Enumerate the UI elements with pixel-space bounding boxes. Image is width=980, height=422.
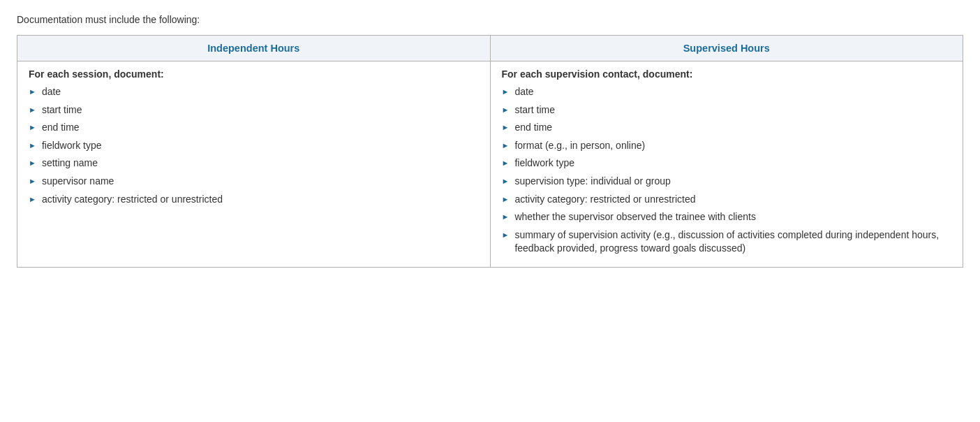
list-item: ►format (e.g., in person, online) bbox=[502, 139, 952, 153]
item-text: activity category: restricted or unrestr… bbox=[514, 193, 695, 207]
bullet-arrow: ► bbox=[29, 87, 36, 97]
bullet-arrow: ► bbox=[502, 87, 510, 97]
list-item: ►summary of supervision activity (e.g., … bbox=[502, 228, 952, 256]
list-item: ►supervisor name bbox=[29, 175, 479, 189]
list-item: ►supervision type: individual or group bbox=[502, 175, 952, 189]
list-item: ►date bbox=[29, 85, 479, 99]
list-item: ►fieldwork type bbox=[502, 157, 952, 170]
item-text: end time bbox=[42, 121, 80, 135]
item-text: end time bbox=[514, 121, 552, 135]
bullet-arrow: ► bbox=[502, 105, 510, 115]
supervised-hours-header: Supervised Hours bbox=[490, 36, 963, 61]
bullet-arrow: ► bbox=[502, 158, 510, 168]
bullet-arrow: ► bbox=[502, 230, 510, 240]
bullet-arrow: ► bbox=[502, 212, 510, 222]
supervised-hours-cell: For each supervision contact, document: … bbox=[490, 61, 963, 268]
bullet-arrow: ► bbox=[502, 194, 510, 205]
supervised-hours-list: ►date►start time►end time►format (e.g., … bbox=[502, 85, 952, 256]
supervised-section-header: For each supervision contact, document: bbox=[502, 68, 952, 80]
bullet-arrow: ► bbox=[29, 140, 36, 151]
list-item: ►end time bbox=[29, 121, 479, 135]
list-item: ►start time bbox=[502, 103, 952, 117]
independent-hours-cell: For each session, document: ►date►start … bbox=[17, 61, 491, 268]
list-item: ►activity category: restricted or unrest… bbox=[29, 193, 479, 207]
item-text: fieldwork type bbox=[514, 157, 574, 170]
item-text: activity category: restricted or unrestr… bbox=[42, 193, 223, 207]
independent-hours-list: ►date►start time►end time►fieldwork type… bbox=[29, 85, 479, 206]
item-text: supervision type: individual or group bbox=[514, 175, 670, 189]
bullet-arrow: ► bbox=[29, 122, 36, 133]
bullet-arrow: ► bbox=[29, 194, 36, 205]
item-text: whether the supervisor observed the trai… bbox=[514, 210, 756, 224]
bullet-arrow: ► bbox=[502, 122, 510, 133]
list-item: ►end time bbox=[502, 121, 952, 135]
documentation-table: Independent Hours Supervised Hours For e… bbox=[17, 35, 963, 268]
intro-text: Documentation must include the following… bbox=[17, 14, 963, 25]
list-item: ►start time bbox=[29, 103, 479, 117]
list-item: ►activity category: restricted or unrest… bbox=[502, 193, 952, 207]
item-text: start time bbox=[42, 103, 82, 117]
item-text: date bbox=[514, 85, 533, 99]
item-text: setting name bbox=[42, 157, 98, 170]
independent-hours-header: Independent Hours bbox=[17, 36, 491, 61]
bullet-arrow: ► bbox=[29, 176, 36, 187]
item-text: format (e.g., in person, online) bbox=[514, 139, 645, 153]
independent-section-header: For each session, document: bbox=[29, 68, 479, 80]
bullet-arrow: ► bbox=[29, 105, 36, 115]
list-item: ►whether the supervisor observed the tra… bbox=[502, 210, 952, 224]
item-text: supervisor name bbox=[42, 175, 114, 189]
item-text: fieldwork type bbox=[42, 139, 102, 153]
list-item: ►fieldwork type bbox=[29, 139, 479, 153]
item-text: start time bbox=[514, 103, 555, 117]
bullet-arrow: ► bbox=[502, 140, 510, 151]
list-item: ►setting name bbox=[29, 157, 479, 170]
bullet-arrow: ► bbox=[29, 158, 36, 168]
item-text: date bbox=[42, 85, 61, 99]
list-item: ►date bbox=[502, 85, 952, 99]
bullet-arrow: ► bbox=[502, 176, 510, 187]
item-text: summary of supervision activity (e.g., d… bbox=[514, 228, 951, 256]
